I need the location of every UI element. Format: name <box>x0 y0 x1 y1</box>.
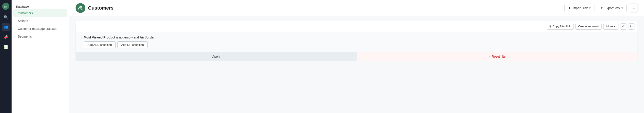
svg-point-1 <box>81 7 82 8</box>
svg-point-0 <box>79 6 81 8</box>
sidebar-item-segments[interactable]: Segments <box>13 33 67 40</box>
copy-filter-link-button[interactable]: ⎘ Copy filter link <box>547 23 574 30</box>
customers-icon <box>78 5 83 11</box>
download-icon: ⬇ <box>568 6 571 10</box>
upload-icon: ⬆ <box>600 6 603 10</box>
condition-row: Most Viewed Product is not empty and Air… <box>80 36 633 48</box>
filter-toolbar: ⎘ Copy filter link Create segment More ▾… <box>76 21 638 32</box>
apply-button[interactable]: Apply <box>76 52 357 61</box>
sidebar-item-actions[interactable]: Actions <box>13 17 67 25</box>
header-left: Customers <box>76 3 114 13</box>
create-segment-button[interactable]: Create segment <box>575 23 602 30</box>
add-or-condition-button[interactable]: Add OR condition <box>117 41 148 48</box>
sidebar-section-title: Database <box>12 4 69 9</box>
condition-buttons: Add AND condition Add OR condition <box>84 41 633 48</box>
page-header: Customers ⬇ Import .csv ▾ ⬆ Export .csv … <box>69 0 644 16</box>
apply-reset-row: Apply ✕ Reset filter <box>76 52 638 61</box>
filter-panel: ⎘ Copy filter link Create segment More ▾… <box>76 21 638 61</box>
x-icon: ✕ <box>488 55 490 58</box>
condition-text: Most Viewed Product is not empty and Air… <box>82 36 633 39</box>
chevron-down-icon: ▾ <box>589 6 591 10</box>
users-nav-icon[interactable]: 👥 <box>2 23 10 31</box>
chevron-down-icon: ▾ <box>621 6 623 10</box>
add-and-condition-button[interactable]: Add AND condition <box>84 41 116 48</box>
sidebar-item-customer-message-statuses[interactable]: Customer message statuses <box>13 25 67 32</box>
page-title: Customers <box>88 5 114 11</box>
export-csv-button[interactable]: ⬆ Export .csv ▾ <box>597 4 627 12</box>
main-content: Customers ⬇ Import .csv ▾ ⬆ Export .csv … <box>69 0 644 113</box>
chart-nav-icon[interactable]: 📊 <box>2 43 10 51</box>
reset-filter-button[interactable]: ✕ Reset filter <box>357 52 638 61</box>
megaphone-nav-icon[interactable]: 📣 <box>2 33 10 41</box>
sidebar-item-customers[interactable]: Customers <box>13 9 67 17</box>
more-filter-button[interactable]: More ▾ <box>603 23 618 30</box>
import-csv-button[interactable]: ⬇ Import .csv ▾ <box>564 4 594 12</box>
more-options-button[interactable]: ⋯ <box>629 4 638 12</box>
undo-button[interactable]: ↺ <box>620 23 626 30</box>
header-actions: ⬇ Import .csv ▾ ⬆ Export .csv ▾ ⋯ <box>564 4 638 12</box>
redo-button[interactable]: ↻ <box>628 23 634 30</box>
icon-nav: m 🔍 👥 📣 📊 <box>0 0 12 113</box>
search-nav-icon[interactable]: 🔍 <box>2 13 10 21</box>
customers-icon-circle <box>76 3 85 13</box>
app-avatar[interactable]: m <box>2 3 9 10</box>
chevron-down-icon: ▾ <box>614 25 616 28</box>
sidebar: Database Customers Actions Customer mess… <box>12 0 69 113</box>
condition-area: Most Viewed Product is not empty and Air… <box>76 32 638 52</box>
copy-icon: ⎘ <box>550 25 551 28</box>
